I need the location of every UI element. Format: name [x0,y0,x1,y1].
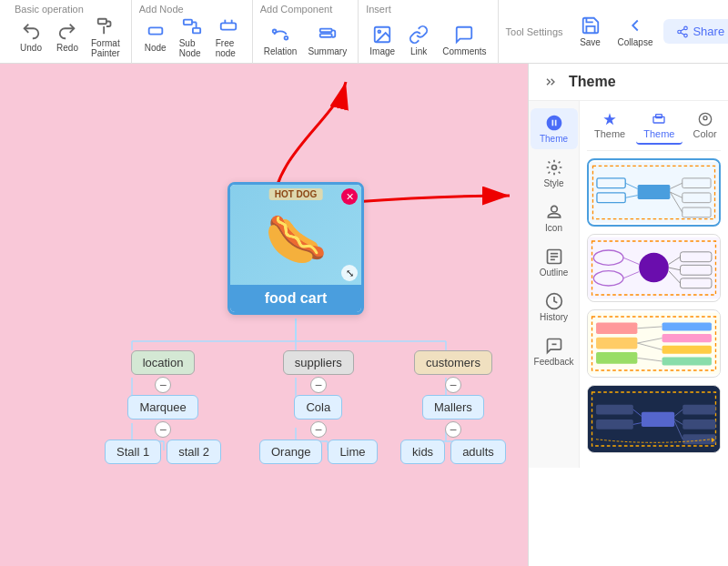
lime-node[interactable]: Lime [328,440,377,464]
theme-tab-main[interactable]: Theme [636,108,682,145]
sidebar-feedback-item[interactable]: Feedback [531,331,578,372]
svg-rect-2 [184,19,192,25]
marquee-minus[interactable]: − [155,421,171,438]
panel-header: Theme [529,64,728,101]
free-node-label: Free node [216,38,241,58]
basic-operation-group: Basic operation Undo Redo Format Painter [7,0,132,64]
mallers-minus[interactable]: − [445,421,461,438]
free-node-button[interactable]: Free node [212,15,245,60]
orange-node[interactable]: Orange [259,440,322,464]
comments-label: Comments [442,46,486,56]
icon-sidebar: Theme Style Icon Outline History [529,101,580,468]
add-node-label: Add Node [139,4,184,15]
svg-rect-91 [596,338,637,349]
svg-rect-92 [596,352,637,364]
add-component-label: Add Component [260,4,333,15]
collapse-label: Collapse [618,37,653,47]
collapse-button[interactable]: Collapse [614,14,657,49]
expand-button[interactable]: ⤡ [341,265,358,281]
theme-tab-label1: Theme [594,128,625,139]
svg-rect-1 [148,27,162,34]
theme-card-3[interactable] [587,309,721,378]
svg-point-10 [285,35,288,39]
customers-col: customers − Mallers − kids adults [400,350,506,464]
marquee-node[interactable]: Marquee [127,395,197,419]
share-button[interactable]: Share [663,19,728,44]
adults-node[interactable]: adults [450,440,506,464]
undo-button[interactable]: Undo [15,19,47,55]
customers-minus[interactable]: − [445,377,461,393]
svg-rect-90 [596,322,637,334]
hotdog-cart-icon: 🌭 [265,210,328,269]
panel-collapse-button[interactable] [540,71,561,93]
summary-button[interactable]: Summary [304,23,350,58]
theme-tabs: Theme Theme Color Backdrop [587,108,721,151]
sidebar-history-label: History [540,312,568,322]
hotdog-label: HOT DOG [269,188,323,200]
location-minus[interactable]: − [155,377,171,393]
panel-title: Theme [569,74,616,90]
svg-rect-6 [220,23,236,29]
canvas[interactable]: HOT DOG 🌭 ✕ ⤡ food cart location − Marqu… [0,64,528,566]
insert-items: Image Link Comments [366,23,490,58]
theme-tab-color[interactable]: Color [686,108,724,145]
add-component-items: Relation Summary [260,23,351,58]
redo-button[interactable]: Redo [51,19,84,55]
summary-label: Summary [308,46,347,56]
svg-point-49 [551,206,557,212]
theme-card-4[interactable] [587,385,721,453]
svg-rect-64 [638,185,671,199]
cola-node[interactable]: Cola [294,395,342,419]
node-button[interactable]: Node [139,19,172,55]
comments-button[interactable]: Comments [439,23,490,58]
customers-node[interactable]: customers [414,350,492,375]
theme-content: Theme Theme Color Backdrop [580,101,728,468]
sidebar-history-item[interactable]: History [531,287,578,328]
relation-button[interactable]: Relation [260,23,301,58]
svg-point-15 [684,26,688,30]
close-button[interactable]: ✕ [341,188,358,205]
svg-point-16 [678,30,682,34]
central-node[interactable]: HOT DOG 🌭 ✕ ⤡ food cart [228,182,364,315]
sidebar-outline-item[interactable]: Outline [531,242,578,283]
stall2-node[interactable]: stall 2 [167,440,221,464]
svg-rect-95 [662,346,712,354]
sidebar-icon-label: Icon [545,223,562,233]
svg-line-18 [681,32,684,34]
svg-rect-12 [320,34,332,37]
sidebar-style-item[interactable]: Style [531,153,578,194]
svg-rect-11 [320,28,332,32]
mallers-node[interactable]: Mallers [422,395,484,419]
suppliers-node[interactable]: suppliers [283,350,354,375]
image-button[interactable]: Image [366,23,399,58]
share-label: Share [693,25,724,38]
theme-tab-icon[interactable]: Theme [587,108,632,145]
marquee-children: Stall 1 stall 2 [105,440,221,464]
insert-label: Insert [366,4,391,15]
image-label: Image [369,46,395,56]
sidebar-feedback-label: Feedback [534,357,574,367]
theme-card-2[interactable] [587,234,721,302]
sidebar-theme-label: Theme [540,134,568,144]
format-painter-button[interactable]: Format Painter [87,15,124,60]
suppliers-minus[interactable]: − [310,377,327,393]
svg-point-59 [703,116,707,120]
tool-settings-label: Tool Settings [506,26,563,37]
cola-minus[interactable]: − [310,421,327,438]
theme-card-1[interactable] [587,158,721,227]
theme-tab-label3: Color [693,128,717,139]
relation-label: Relation [264,46,298,56]
central-node-label: food cart [230,285,361,312]
link-button[interactable]: Link [402,23,435,58]
save-button[interactable]: Save [574,14,607,49]
sidebar-icon-item[interactable]: Icon [531,197,578,238]
theme-tab-label2: Theme [643,128,674,139]
location-node[interactable]: location [131,350,196,375]
sidebar-theme-item[interactable]: Theme [531,108,578,149]
sub-node-button[interactable]: Sub Node [176,15,208,60]
mallers-children: kids adults [400,440,506,464]
add-node-group: Add Node Node Sub Node Free node [132,0,253,64]
svg-rect-107 [682,419,715,430]
stall1-node[interactable]: Stall 1 [105,440,161,464]
kids-node[interactable]: kids [400,440,445,464]
